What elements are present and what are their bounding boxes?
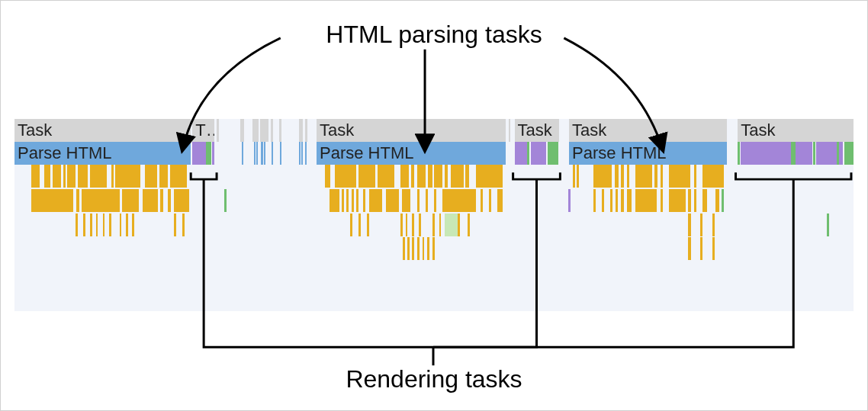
flame-block [335,165,356,188]
flame-block [423,237,425,260]
purple-block [212,142,214,165]
flame-block [712,237,715,260]
flame-block [120,214,122,236]
flame-block [669,165,690,188]
flame-block [700,214,702,236]
flame-block [170,165,187,188]
flame-block [627,189,632,212]
parse-block [305,142,307,165]
purple-block [192,142,206,165]
flame-block [610,189,612,212]
task-block [260,119,268,142]
flame-block [358,214,361,236]
flame-block [445,165,447,188]
flame-block [159,165,168,188]
flame-block [369,189,382,212]
flame-block [434,189,436,212]
flame-block [434,165,442,188]
flame-block [182,214,185,236]
flame-block [115,165,140,188]
flame-block [90,214,92,236]
flame-block [715,189,720,212]
flame-block [325,165,330,188]
flame-block [451,165,464,188]
flame-block [378,165,394,188]
green-block [527,142,529,165]
flame-block [367,214,369,236]
green-block [548,142,558,165]
flame-block [602,189,604,212]
task-block [271,119,273,142]
task-block [305,119,307,142]
flame-block [168,189,170,212]
parse-block: Parse HTML [569,142,727,165]
flame-block [497,189,503,212]
parse-block: Parse HTML [14,142,191,165]
flame-block [465,165,470,188]
parse-block: Parse HTML [317,142,506,165]
flame-block [83,214,85,236]
flame-block [702,165,724,188]
flame-block [621,189,623,212]
purple-block [515,142,528,165]
flame-block [688,214,690,236]
flame-block [67,165,76,188]
flame-block [694,165,696,188]
annotation-bottom: Rendering tasks [346,367,522,391]
flame-block [406,214,408,236]
flame-block [621,165,623,188]
flame-block [411,165,413,188]
flame-block [442,189,476,212]
flame-block [44,165,51,188]
flame-block [615,165,619,188]
flame-block [53,165,61,188]
flame-block [417,237,420,260]
task-block [509,119,510,142]
flame-block [76,189,79,212]
flame-block [593,165,612,188]
parse-block [254,142,256,165]
flame-block [31,189,73,212]
task-block: Task [738,119,854,142]
flame-block [627,165,629,188]
flame-block [635,189,657,212]
flame-block [573,165,575,188]
parse-block [299,142,301,165]
task-block: Task [569,119,727,142]
green-block [827,214,829,236]
purple-block [544,142,546,165]
flame-block [126,214,128,236]
flame-block [702,189,707,212]
flame-block [688,189,690,212]
flame-block [432,237,435,260]
flame-block [458,214,460,236]
flame-block [400,214,403,236]
task-block [252,119,259,142]
flame-block [160,189,162,212]
flame-block [342,189,344,212]
parse-block [280,142,281,165]
flame-block [616,189,618,212]
diagram-stage: HTML parsing tasks Rendering tasks TaskT… [0,0,868,411]
flame-block [481,189,483,212]
parse-block [261,142,262,165]
flame-block [593,189,596,212]
flame-block [417,189,420,212]
parse-block [256,142,258,165]
flame-block [635,165,652,188]
flame-block [468,214,470,236]
task-block: Task [14,119,191,142]
flame-block [76,214,78,236]
flame-block [31,165,40,188]
flame-block [407,237,410,260]
flame-block [476,165,503,188]
flame-block [412,214,414,236]
flame-block [428,165,432,188]
flame-block [358,165,375,188]
flame-row-1 [14,165,854,188]
flame-block [577,165,579,188]
flame-block [661,165,663,188]
task-block [279,119,281,142]
flame-block [419,214,421,236]
flame-block [417,165,426,188]
